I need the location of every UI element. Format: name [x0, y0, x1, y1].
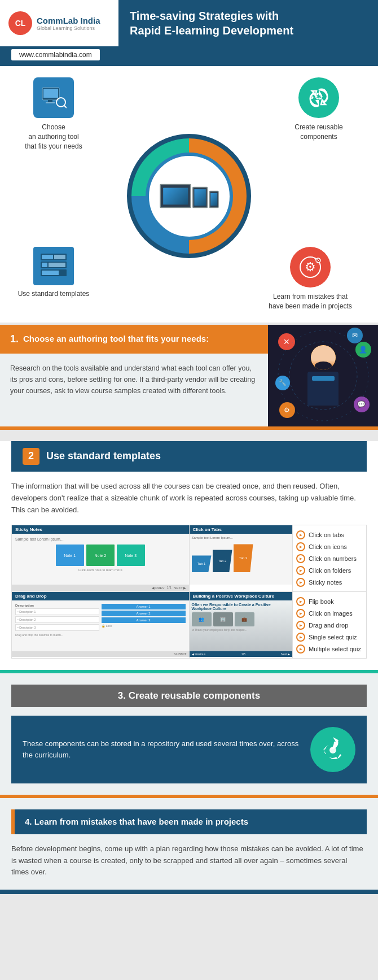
svg-rect-3	[46, 102, 55, 103]
point2-title: Use standard templates	[46, 450, 161, 462]
tablet-icon	[192, 187, 208, 208]
point1-body: Research on the tools available and unde…	[0, 354, 268, 406]
header-title-line2: Rapid E-learning Development	[130, 23, 367, 38]
list-bullet-7: ▶	[296, 609, 305, 618]
list-item-4[interactable]: ▶ Click on folders	[296, 564, 363, 576]
recycle-small-icon: ♻	[307, 86, 330, 109]
drag-content: Description • Description 1 • Descriptio…	[12, 600, 189, 651]
point1-content-row: 1. Choose an authoring tool that fits yo…	[0, 325, 378, 426]
list-bullet-9: ▶	[296, 633, 305, 642]
svg-point-22	[329, 747, 336, 753]
svg-point-4	[56, 98, 65, 107]
list-item-3[interactable]: ▶ Click on numbers	[296, 552, 363, 564]
point3-section: 3. Create reusable components These comp…	[0, 673, 378, 795]
point1-number-badge: 1.	[10, 333, 19, 345]
point4-section: 4. Learn from mistakes that have been ma…	[0, 798, 378, 890]
list-bullet-3: ▶	[296, 554, 305, 563]
point1-section: 1. Choose an authoring tool that fits yo…	[0, 325, 378, 426]
person-body	[307, 372, 339, 406]
svg-rect-11	[42, 263, 47, 267]
templates-label: Use standard templates	[11, 290, 96, 298]
header-title-line1: Time-saving Strategies with	[130, 8, 367, 23]
workplace-panel: Building a Positive Workplace Culture Of…	[190, 592, 293, 658]
point3-content: These components can be stored in a repo…	[11, 716, 367, 783]
list-item-10[interactable]: ▶ Multiple select quiz	[296, 643, 363, 655]
tabs-panel: Click on Tabs Sample text Lorem Ipsum...…	[190, 525, 293, 591]
company-name: CommLab India	[37, 16, 100, 25]
svg-text:♻: ♻	[314, 91, 323, 102]
list-bullet-10: ▶	[296, 644, 305, 654]
templates-top-panels: Sticky Notes Sample text Lorem Ipsum... …	[12, 525, 366, 592]
donut-ring	[127, 134, 251, 258]
list-bullet-5: ▶	[296, 578, 305, 587]
templates-bottom-panels: Drag and Drop Description • Description …	[12, 592, 366, 658]
list-bullet-8: ▶	[296, 621, 305, 630]
point2-section: 2 Use standard templates The information…	[0, 441, 378, 670]
person-illustration: ✕ ✉ 👤 💬 ⚙ 🔧	[272, 325, 374, 426]
template-list: ▶ Click on tabs ▶ Click on icons ▶ Click…	[293, 525, 366, 591]
sticky-notes-panel: Sticky Notes Sample text Lorem Ipsum... …	[12, 525, 190, 591]
logo-text: CommLab India Global Learning Solutions	[37, 16, 100, 31]
person-head	[311, 345, 336, 370]
list-item-6[interactable]: ▶ Flip book	[296, 595, 363, 607]
tabs-and-list: Click on Tabs Sample text Lorem Ipsum...…	[190, 525, 367, 591]
point3-text: These components can be stored in a repo…	[23, 738, 299, 762]
header: CL CommLab India Global Learning Solutio…	[0, 0, 378, 66]
point1-text-area: 1. Choose an authoring tool that fits yo…	[0, 325, 268, 426]
donut-inner	[146, 153, 233, 240]
reusable-icon: ♻	[298, 77, 339, 118]
svg-text:✕: ✕	[317, 258, 320, 263]
list-item-8[interactable]: ▶ Drag and drop	[296, 619, 363, 631]
point2-body: The information that will be used across…	[0, 472, 378, 525]
workplace-content: Often we Responsible to Create a Positiv…	[190, 600, 293, 651]
sticky-content: Sample text Lorem Ipsum... Note 1 Note 2…	[12, 534, 189, 585]
devices-graphic	[160, 184, 219, 208]
list-bullet-6: ▶	[296, 597, 305, 606]
drag-header: Drag and Drop	[12, 592, 189, 600]
logo-area: CL CommLab India Global Learning Solutio…	[0, 0, 118, 46]
list-bullet-4: ▶	[296, 566, 305, 575]
center-circle	[11, 134, 367, 258]
point3-header: 3. Create reusable components	[11, 685, 367, 707]
mistakes-svg: ⚙ ✕	[299, 256, 322, 278]
point1-title: Choose an authoring tool that fits your …	[23, 333, 209, 345]
point4-header: 4. Learn from mistakes that have been ma…	[11, 809, 367, 834]
phone-icon	[209, 191, 218, 208]
workplace-header: Building a Positive Workplace Culture	[190, 592, 293, 600]
point1-image: ✕ ✉ 👤 💬 ⚙ 🔧	[268, 325, 378, 426]
template-list-more: ▶ Flip book ▶ Click on images ▶ Drag and…	[293, 592, 366, 658]
workplace-and-list: Building a Positive Workplace Culture Of…	[190, 592, 367, 658]
divider-1	[0, 426, 378, 430]
strategy-reusable: ♻ Create reusablecomponents	[271, 77, 367, 142]
header-title-area: Time-saving Strategies with Rapid E-lear…	[118, 0, 378, 46]
person-figure	[307, 345, 339, 406]
list-bullet-2: ▶	[296, 542, 305, 551]
list-item-7[interactable]: ▶ Click on images	[296, 607, 363, 619]
list-item-9[interactable]: ▶ Single select quiz	[296, 631, 363, 643]
authoring-svg-icon	[41, 86, 67, 109]
svg-line-5	[64, 106, 67, 108]
list-item-1[interactable]: ▶ Click on tabs	[296, 529, 363, 541]
sticky-header: Sticky Notes	[12, 525, 189, 534]
sticky-note-3: Note 3	[117, 545, 145, 566]
logo-circle: CL	[8, 11, 32, 35]
list-item-2[interactable]: ▶ Click on icons	[296, 541, 363, 552]
mistakes-label: Learn from mistakes thathave been made i…	[254, 292, 367, 311]
list-item-5[interactable]: ▶ Sticky notes	[296, 576, 363, 588]
drag-drop-panel: Drag and Drop Description • Description …	[12, 592, 190, 658]
sticky-note-2: Note 2	[86, 545, 115, 566]
tabs-header: Click on Tabs	[190, 525, 293, 534]
recycle-svg	[318, 734, 349, 765]
point2-header: 2 Use standard templates	[11, 441, 367, 472]
point1-header: 1. Choose an authoring tool that fits yo…	[0, 325, 268, 354]
sticky-note-1: Note 1	[56, 545, 84, 566]
monitor-icon	[160, 184, 191, 208]
svg-rect-14	[42, 271, 59, 275]
footer-bar	[0, 890, 378, 894]
url-bar: www.commlabindia.com	[0, 46, 378, 66]
svg-rect-1	[43, 89, 58, 98]
company-tagline: Global Learning Solutions	[37, 25, 100, 31]
authoring-icon	[33, 77, 74, 118]
url-display: www.commlabindia.com	[11, 49, 100, 60]
svg-text:⚙: ⚙	[305, 260, 316, 274]
